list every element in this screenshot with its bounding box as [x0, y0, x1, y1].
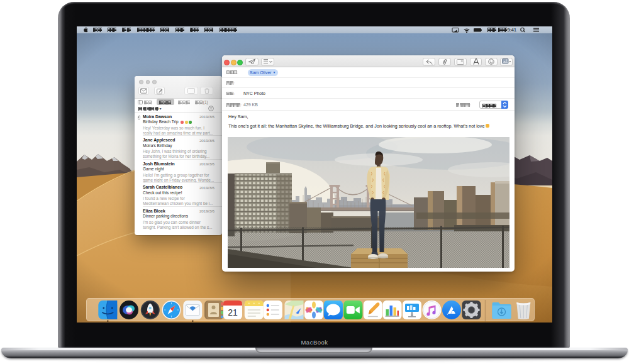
- svg-text:21: 21: [228, 307, 238, 317]
